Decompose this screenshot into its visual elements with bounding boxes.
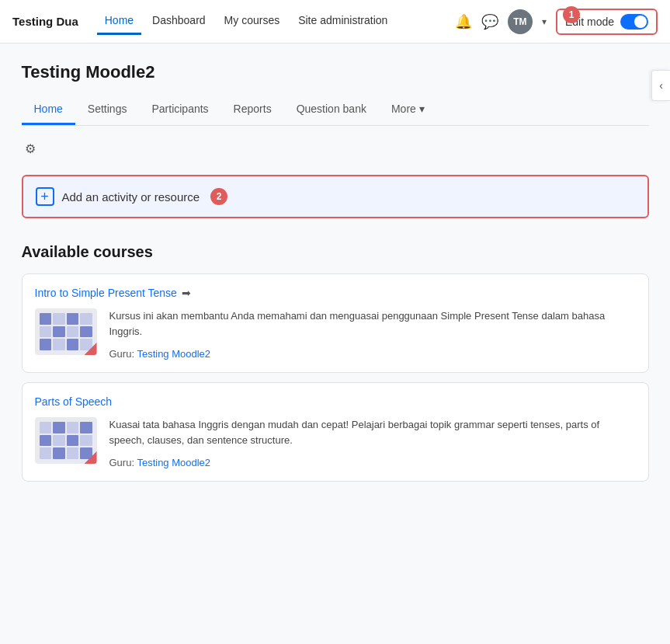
toggle-knob [634,16,647,28]
topnav-home[interactable]: Home [97,8,141,35]
course-guru-link-1[interactable]: Testing Moodle2 [137,348,210,360]
course-title-1[interactable]: Intro to Simple Present Tense ➡ [35,287,636,299]
course-desc-1: Kursus ini akan membantu Anda memahami d… [109,308,636,360]
topnav-mycourses[interactable]: My courses [217,8,288,35]
chevron-down-icon: ▾ [419,103,425,115]
topnav-dashboard[interactable]: Dashboard [144,8,213,35]
tab-reports[interactable]: Reports [221,95,284,125]
topbar-actions: 🔔 💬 TM ▾ Edit mode [455,9,658,35]
course-card-body-1: Kursus ini akan membantu Anda memahami d… [35,308,636,360]
avatar[interactable]: TM [508,9,533,34]
topnav-siteadmin[interactable]: Site administration [290,8,395,35]
main-content: Testing Moodle2 Home Settings Participan… [9,44,661,510]
topnav: Home Dashboard My courses Site administr… [97,8,455,35]
bell-icon[interactable]: 🔔 [455,13,472,30]
sidebar-toggle[interactable]: ‹ [651,70,670,101]
course-thumbnail-1 [35,308,97,355]
gear-row: ⚙ [22,138,649,159]
add-activity-label: Add an activity or resource [62,190,200,204]
page-title: Testing Moodle2 [22,62,649,82]
course-card-1: Intro to Simple Present Tense ➡ [22,273,649,373]
course-thumbnail-2 [35,417,97,464]
tab-more[interactable]: More ▾ [379,95,437,125]
topbar: Testing Dua Home Dashboard My courses Si… [0,0,670,44]
tab-home[interactable]: Home [22,95,75,125]
edit-mode-toggle[interactable] [620,14,648,30]
brand: Testing Dua [12,15,78,28]
add-activity-button[interactable]: + Add an activity or resource 2 [22,175,649,218]
available-courses-title: Available courses [22,243,649,261]
tab-questionbank[interactable]: Question bank [284,95,379,125]
gear-button[interactable]: ⚙ [22,138,39,159]
tab-participants[interactable]: Participants [139,95,220,125]
tab-more-label: More [391,103,416,115]
course-guru-2: Guru: Testing Moodle2 [109,457,636,468]
course-title-2[interactable]: Parts of Speech [35,395,636,408]
badge-1: 1 [563,6,580,23]
plus-icon: + [36,187,54,206]
course-guru-1: Guru: Testing Moodle2 [109,348,636,360]
redirect-icon-1: ➡ [182,287,191,299]
user-menu-chevron[interactable]: ▾ [542,16,547,27]
course-card-body-2: Kuasai tata bahasa Inggris dengan mudah … [35,417,636,468]
course-desc-2: Kuasai tata bahasa Inggris dengan mudah … [109,417,636,468]
course-guru-link-2[interactable]: Testing Moodle2 [137,457,210,468]
course-tabs: Home Settings Participants Reports Quest… [22,95,649,126]
tab-settings[interactable]: Settings [75,95,140,125]
chat-icon[interactable]: 💬 [481,13,498,30]
badge-2: 2 [210,188,227,205]
course-card-2: Parts of Speech [22,382,649,482]
